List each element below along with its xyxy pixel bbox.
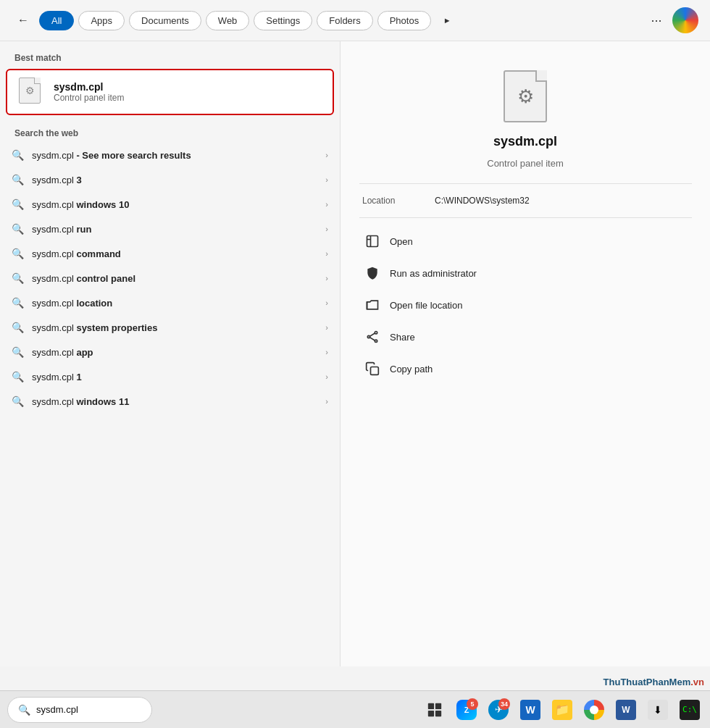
detail-icon-area: ⚙ sysdm.cpl Control panel item <box>341 41 710 180</box>
result-item-5[interactable]: 🔍 sysdm.cpl control panel › <box>0 266 340 290</box>
result-text-1: sysdm.cpl 3 <box>32 175 317 185</box>
svg-point-3 <box>375 340 377 342</box>
result-text-2: sysdm.cpl windows 10 <box>32 199 317 210</box>
result-text-5: sysdm.cpl control panel <box>32 273 317 284</box>
search-icon-4: 🔍 <box>12 248 23 259</box>
filter-bar: ← All Apps Documents Web Settings Folder… <box>0 0 710 41</box>
telegram-icon[interactable]: ✈ 34 <box>485 697 511 723</box>
result-item-8[interactable]: 🔍 sysdm.cpl app › <box>0 340 340 364</box>
file-explorer-icon[interactable]: 📁 <box>549 697 575 723</box>
result-item-0[interactable]: 🔍 sysdm.cpl - See more search results › <box>0 143 340 167</box>
result-text-9: sysdm.cpl 1 <box>32 372 317 382</box>
result-item-1[interactable]: 🔍 sysdm.cpl 3 › <box>0 167 340 192</box>
action-copy-path[interactable]: Copy path <box>358 354 693 383</box>
search-icon-3: 🔍 <box>12 223 23 235</box>
chevron-6: › <box>325 298 328 307</box>
more-filters-button[interactable]: ► <box>435 9 459 32</box>
filter-all[interactable]: All <box>39 11 74 30</box>
watermark-text: ThuThuatPhanMem <box>604 677 691 687</box>
main-content: Best match ⚙ sysdm.cpl Control panel ite… <box>0 41 710 666</box>
task-view-button[interactable] <box>422 697 448 723</box>
svg-point-2 <box>367 335 369 338</box>
watermark: ThuThuatPhanMem.vn <box>604 677 704 687</box>
result-item-7[interactable]: 🔍 sysdm.cpl system properties › <box>0 315 340 340</box>
result-item-2[interactable]: 🔍 sysdm.cpl windows 10 › <box>0 192 340 217</box>
back-button[interactable]: ← <box>12 9 35 32</box>
left-panel: Best match ⚙ sysdm.cpl Control panel ite… <box>0 41 341 666</box>
chevron-2: › <box>325 200 328 209</box>
search-icon-8: 🔍 <box>12 346 23 358</box>
search-icon-2: 🔍 <box>12 198 23 210</box>
filter-photos[interactable]: Photos <box>377 11 431 30</box>
chrome-icon[interactable] <box>581 697 607 723</box>
copilot-button[interactable] <box>672 7 698 33</box>
search-icon-10: 🔍 <box>12 396 23 407</box>
taskbar-search-icon: 🔍 <box>18 704 30 716</box>
large-cpl-file-shape: ⚙ <box>504 70 547 122</box>
search-icon-7: 🔍 <box>12 322 23 333</box>
location-label: Location <box>362 196 420 206</box>
detail-location: Location C:\WINDOWS\system32 <box>341 187 710 214</box>
detail-actions: Open Run as administrator <box>341 221 710 389</box>
word-icon[interactable]: W <box>613 697 639 723</box>
action-run-as-admin[interactable]: Run as administrator <box>358 259 693 288</box>
detail-name: sysdm.cpl <box>493 134 557 149</box>
shield-icon <box>365 266 380 280</box>
svg-rect-9 <box>428 710 434 716</box>
svg-rect-7 <box>428 703 434 708</box>
filter-web[interactable]: Web <box>206 11 250 30</box>
open-icon <box>365 234 380 248</box>
filter-settings[interactable]: Settings <box>254 11 312 30</box>
large-gears-icon: ⚙ <box>517 85 534 108</box>
filter-folders[interactable]: Folders <box>317 11 372 30</box>
taskbar-search-box[interactable]: 🔍 sysdm.cpl <box>7 697 152 723</box>
search-icon-6: 🔍 <box>12 297 23 309</box>
result-text-6: sysdm.cpl location <box>32 298 317 309</box>
action-location-label: Open file location <box>390 300 462 311</box>
detail-file-icon: ⚙ <box>499 67 551 125</box>
best-match-type: Control panel item <box>54 93 124 103</box>
terminal-icon[interactable]: C:\ <box>677 697 703 723</box>
cpl-gears-icon: ⚙ <box>25 85 35 96</box>
best-match-item[interactable]: ⚙ sysdm.cpl Control panel item <box>6 69 334 115</box>
copy-icon <box>365 361 380 376</box>
search-icon-1: 🔍 <box>12 174 23 185</box>
action-share[interactable]: Share <box>358 322 693 351</box>
result-item-6[interactable]: 🔍 sysdm.cpl location › <box>0 290 340 315</box>
result-item-3[interactable]: 🔍 sysdm.cpl run › <box>0 217 340 241</box>
svg-rect-0 <box>367 236 378 247</box>
cpl-file-shape: ⚙ <box>19 78 41 104</box>
best-match-text: sysdm.cpl Control panel item <box>54 81 124 103</box>
taskbar: 🔍 sysdm.cpl Z 5 ✈ 34 W 📁 W <box>0 690 710 728</box>
svg-point-1 <box>375 332 377 334</box>
zalo-icon[interactable]: Z 5 <box>454 697 480 723</box>
share-icon <box>365 330 380 344</box>
search-icon-0: 🔍 <box>12 149 23 161</box>
action-open[interactable]: Open <box>358 227 693 256</box>
action-admin-label: Run as administrator <box>390 268 477 279</box>
result-item-4[interactable]: 🔍 sysdm.cpl command › <box>0 241 340 266</box>
chevron-7: › <box>325 323 328 332</box>
more-options-button[interactable]: ··· <box>645 9 668 32</box>
result-item-9[interactable]: 🔍 sysdm.cpl 1 › <box>0 364 340 389</box>
filter-documents[interactable]: Documents <box>129 11 201 30</box>
result-text-7: sysdm.cpl system properties <box>32 322 317 333</box>
vocab-icon[interactable]: W <box>517 697 543 723</box>
zalo-badge: 5 <box>467 698 478 710</box>
chevron-3: › <box>325 225 328 233</box>
action-copy-label: Copy path <box>390 364 433 375</box>
folder-icon <box>365 298 380 312</box>
result-text-4: sysdm.cpl command <box>32 248 317 259</box>
result-text-8: sysdm.cpl app <box>32 347 317 358</box>
result-text-3: sysdm.cpl run <box>32 224 317 235</box>
result-text-0: sysdm.cpl - See more search results <box>32 150 317 161</box>
result-text-10: sysdm.cpl windows 11 <box>32 396 317 407</box>
action-open-location[interactable]: Open file location <box>358 290 693 319</box>
detail-divider-2 <box>359 217 692 218</box>
chevron-8: › <box>325 348 328 356</box>
download-icon[interactable]: ⬇ <box>645 697 671 723</box>
filter-apps[interactable]: Apps <box>78 11 125 30</box>
taskbar-search-text: sysdm.cpl <box>36 704 78 715</box>
result-item-10[interactable]: 🔍 sysdm.cpl windows 11 › <box>0 389 340 414</box>
chevron-4: › <box>325 249 328 258</box>
